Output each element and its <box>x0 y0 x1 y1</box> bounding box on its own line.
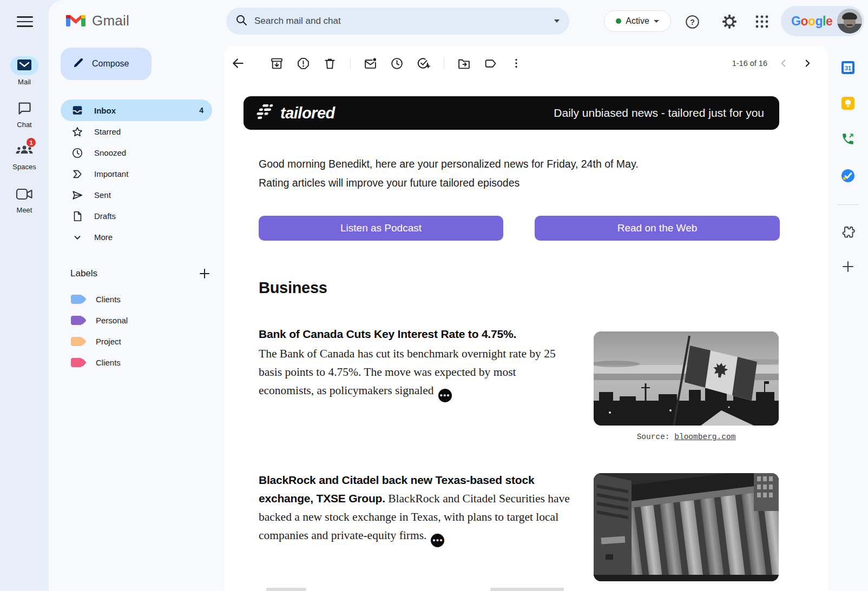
star-icon <box>71 126 84 138</box>
toolbar-divider <box>444 58 444 69</box>
voice-icon[interactable] <box>840 131 856 147</box>
section-title: Business <box>259 279 327 297</box>
article-title: Bank of Canada Cuts Key Interest Rate to… <box>259 325 574 343</box>
search-icon[interactable] <box>235 14 248 29</box>
keep-icon[interactable] <box>840 95 856 111</box>
inbox-icon <box>71 104 84 116</box>
addons-puzzle-icon[interactable] <box>840 224 856 240</box>
avatar[interactable] <box>837 9 862 34</box>
tailored-logo-icon <box>255 103 275 123</box>
sidebar-item-important[interactable]: Important <box>61 163 212 184</box>
calendar-icon[interactable]: 31 <box>840 59 856 76</box>
sidebar-item-drafts[interactable]: Drafts <box>61 205 212 227</box>
svg-text:?: ? <box>690 17 695 26</box>
status-selector[interactable]: Active <box>604 10 671 32</box>
svg-text:31: 31 <box>845 65 851 71</box>
rail-item-spaces[interactable]: 1 Spaces <box>0 142 49 171</box>
add-to-tasks-button[interactable] <box>415 55 432 72</box>
rail-item-mail[interactable]: Mail <box>0 56 49 86</box>
read-on-web-button[interactable]: Read on the Web <box>535 216 780 241</box>
label-button[interactable] <box>482 55 499 72</box>
tailored-banner: tailored Daily unbiased news - tailored … <box>244 96 779 130</box>
apps-grid-icon[interactable] <box>754 14 770 30</box>
settings-gear-icon[interactable] <box>721 14 738 30</box>
brand-name: tailored <box>280 104 335 122</box>
create-label-button[interactable] <box>197 266 212 281</box>
label-item-clients[interactable]: Clients <box>65 291 206 307</box>
article-1-source: Source: bloomberg.com <box>594 433 779 441</box>
status-label: Active <box>626 16 649 26</box>
label-tag-icon <box>71 337 82 346</box>
label-item-project[interactable]: Project <box>65 333 206 349</box>
more-options-button[interactable] <box>508 55 525 72</box>
inbox-count: 4 <box>199 106 203 115</box>
expand-article-button[interactable]: ●●● <box>431 534 444 547</box>
cutoff-text-fragment <box>266 588 306 591</box>
article-body: The Bank of Canada has cut its benchmark… <box>259 347 556 397</box>
older-page-button[interactable] <box>799 55 816 72</box>
banner-tagline: Daily unbiased news - tailored just for … <box>554 107 764 119</box>
archive-button[interactable] <box>268 55 285 72</box>
compose-button[interactable]: Compose <box>61 48 152 80</box>
tasks-icon[interactable] <box>840 168 856 184</box>
cutoff-text-fragment <box>490 588 564 591</box>
label-tag-icon <box>71 358 82 367</box>
meet-camera-icon <box>15 187 34 203</box>
labels-header: Labels <box>70 266 212 281</box>
toolbar-divider <box>350 58 351 69</box>
important-marker-icon <box>71 168 84 180</box>
google-account-pill[interactable]: Google <box>781 6 864 36</box>
mail-pill <box>10 56 38 75</box>
active-status-dot-icon <box>616 18 621 24</box>
search-options-caret-icon[interactable] <box>554 19 560 23</box>
expand-article-button[interactable]: ●●● <box>438 389 452 402</box>
sidebar-item-more[interactable]: More <box>61 227 212 248</box>
report-spam-button[interactable] <box>294 55 312 72</box>
source-link[interactable]: bloomberg.com <box>674 433 735 441</box>
search-bar[interactable]: Search mail and chat <box>226 8 569 35</box>
draft-file-icon <box>71 210 84 222</box>
sidebar-item-starred[interactable]: Starred <box>61 121 212 142</box>
listen-as-podcast-button[interactable]: Listen as Podcast <box>259 216 503 241</box>
snooze-button[interactable] <box>388 55 405 72</box>
newer-page-button[interactable] <box>775 55 792 72</box>
left-rail-background <box>0 0 49 591</box>
sent-icon <box>71 189 84 201</box>
article-1-image-canadian-flag <box>594 331 779 426</box>
label-tag-icon <box>71 295 82 304</box>
article-2-image-stone-building <box>594 473 779 581</box>
rail-item-meet[interactable]: Meet <box>0 187 49 214</box>
label-item-clients-2[interactable]: Clients <box>65 354 206 370</box>
mail-icon <box>17 59 31 72</box>
chevron-down-icon <box>71 231 84 243</box>
get-addons-plus-icon[interactable] <box>840 258 856 275</box>
sidebar-item-inbox[interactable]: Inbox 4 <box>61 99 212 121</box>
spaces-badge: 1 <box>27 138 36 147</box>
gmail-logo: Gmail <box>65 11 129 30</box>
status-caret-icon <box>654 20 659 23</box>
search-input[interactable]: Search mail and chat <box>254 16 554 26</box>
gmail-m-icon <box>65 11 87 30</box>
side-panel-divider <box>838 204 858 205</box>
gmail-wordmark: Gmail <box>92 12 129 29</box>
compose-pencil-icon <box>73 57 84 71</box>
label-tag-icon <box>71 316 82 325</box>
chat-icon <box>17 101 32 118</box>
article-1: Bank of Canada Cuts Key Interest Rate to… <box>259 325 574 402</box>
pagination-label: 1-16 of 16 <box>710 59 767 68</box>
help-button[interactable]: ? <box>684 14 700 30</box>
google-logo: Google <box>791 14 832 29</box>
move-to-button[interactable] <box>455 55 472 72</box>
back-button[interactable] <box>229 55 247 72</box>
article-2: BlackRock and Citadel back new Texas-bas… <box>259 471 574 547</box>
snooze-clock-icon <box>71 147 84 159</box>
main-menu-button[interactable] <box>15 12 35 31</box>
mark-unread-button[interactable] <box>361 55 379 72</box>
sidebar-item-snoozed[interactable]: Snoozed <box>61 142 212 163</box>
greeting-text: Good morning Benedikt, here are your per… <box>259 155 762 192</box>
label-item-personal[interactable]: Personal <box>65 312 206 328</box>
sidebar-item-sent[interactable]: Sent <box>61 184 212 205</box>
delete-button[interactable] <box>321 55 338 72</box>
rail-item-chat[interactable]: Chat <box>0 101 49 129</box>
